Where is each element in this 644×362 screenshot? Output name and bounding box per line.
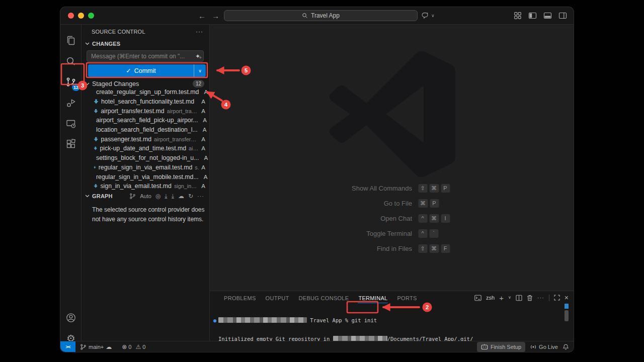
- remote-indicator[interactable]: ><: [60, 341, 75, 352]
- tab-problems[interactable]: PROBLEMS: [223, 293, 257, 303]
- key-chip: ⇧: [418, 244, 427, 253]
- generate-commit-message-icon[interactable]: ✦✧: [192, 53, 203, 60]
- terminal-scrollbar[interactable]: [565, 310, 569, 321]
- explorer-icon[interactable]: [61, 31, 81, 51]
- toggle-secondary-sidebar-icon[interactable]: [558, 12, 567, 20]
- staged-file-row[interactable]: settings_block_for_not_logged-in_u... A: [82, 153, 209, 163]
- file-name: settings_block_for_not_logged-in_u...: [96, 154, 199, 161]
- shell-label[interactable]: zsh: [486, 295, 495, 301]
- chevron-down-icon: [85, 195, 90, 198]
- remote-explorer-icon[interactable]: [61, 114, 81, 134]
- staged-file-row[interactable]: hotel_search_functionality.test.md A: [82, 97, 209, 107]
- file-name: airport_transfer.test.md: [101, 108, 164, 115]
- file-status: A: [203, 117, 207, 123]
- run-debug-icon[interactable]: [61, 93, 81, 113]
- split-terminal-icon[interactable]: [516, 295, 522, 301]
- staged-file-row[interactable]: airport_transfer.test.mdairport_trans...…: [82, 106, 209, 116]
- toolbar-divider: [549, 295, 549, 301]
- key-chip: ⌘: [429, 184, 439, 193]
- cloud-icon[interactable]: ☁: [178, 193, 184, 200]
- maximize-panel-icon[interactable]: [554, 295, 560, 301]
- file-name: hotel_search_functionality.test.md: [101, 98, 194, 105]
- key-chip: ⌘: [418, 199, 428, 208]
- tab-debug-console[interactable]: DEBUG CONSOLE: [298, 293, 350, 303]
- notifications-bell-icon[interactable]: [562, 343, 569, 350]
- key-chip: P: [441, 184, 450, 193]
- markdown-file-icon: [94, 137, 99, 142]
- staged-file-row[interactable]: regular_sign_in_via_mobile.test.md... A: [82, 172, 209, 182]
- file-name: passenger.test.md: [101, 136, 151, 143]
- target-icon[interactable]: ◎: [155, 193, 160, 200]
- command-center-search[interactable]: Travel App: [224, 10, 418, 21]
- file-name: sign_in_via_email.test.md: [100, 183, 172, 190]
- finish-setup-button[interactable]: Finish Setup: [477, 342, 525, 352]
- close-window-icon[interactable]: [68, 13, 74, 19]
- back-icon[interactable]: ←: [198, 12, 206, 20]
- vscode-window: ← → Travel App ∨: [60, 7, 574, 352]
- chevron-down-icon: [85, 82, 90, 85]
- copilot-chat-button[interactable]: ∨: [421, 7, 435, 24]
- staged-file-row[interactable]: pick-up_date_and_time.test.mdairp... A: [82, 144, 209, 153]
- staged-file-row[interactable]: location_search_field_destination_l... A: [82, 125, 209, 135]
- commit-message-input[interactable]: [87, 53, 192, 60]
- file-status: A: [201, 136, 205, 142]
- staged-file-row[interactable]: regular_sign_in_via_email.test.mdsi... A: [82, 163, 209, 172]
- staged-changes-label: Staged Changes: [92, 80, 139, 87]
- status-bar: >< main+ ☁ ⊗ 0 ⚠ 0 Finish Setup Go Live: [60, 341, 574, 352]
- tab-terminal[interactable]: TERMINAL: [358, 293, 388, 303]
- remote-icon: ><: [65, 344, 70, 349]
- toggle-panel-icon[interactable]: [543, 12, 552, 20]
- chat-sparkle-icon: [421, 11, 430, 20]
- extensions-icon[interactable]: [61, 134, 81, 154]
- more-actions-icon[interactable]: ···: [197, 193, 204, 199]
- check-icon: ✓: [126, 67, 131, 74]
- new-terminal-icon[interactable]: +: [499, 294, 504, 302]
- changes-section-header[interactable]: CHANGES: [82, 39, 209, 49]
- problems-status-item[interactable]: ⊗ 0 ⚠ 0: [122, 344, 145, 350]
- git-pull-icon[interactable]: ⤓: [172, 193, 174, 200]
- tab-ports[interactable]: PORTS: [396, 293, 417, 303]
- commit-dropdown-button[interactable]: ∨: [194, 64, 206, 77]
- file-status: A: [201, 108, 205, 114]
- graph-section-header[interactable]: GRAPH Auto ◎ ⤓ ⤓ ☁ ↻ ···: [82, 192, 209, 201]
- git-fetch-icon[interactable]: ⤓: [165, 193, 167, 200]
- customize-layout-icon[interactable]: [514, 12, 522, 20]
- staged-file-row[interactable]: passenger.test.mdairport_transfer_s... A: [82, 134, 209, 144]
- warning-count: 0: [142, 344, 145, 350]
- chevron-down-icon[interactable]: ∨: [508, 296, 511, 300]
- toggle-primary-sidebar-icon[interactable]: [528, 12, 537, 20]
- staged-file-row[interactable]: create_regular_sign_up_form.test.md A: [82, 87, 209, 97]
- more-actions-icon[interactable]: ···: [196, 28, 203, 35]
- go-live-button[interactable]: Go Live: [530, 343, 558, 350]
- setup-robot-icon: [481, 343, 488, 350]
- refresh-icon[interactable]: ↻: [188, 193, 193, 200]
- graph-auto-label[interactable]: Auto: [140, 193, 151, 199]
- sparkle-small-glyph: ✧: [199, 56, 202, 60]
- zoom-window-icon[interactable]: [88, 13, 94, 19]
- close-panel-icon[interactable]: ×: [565, 294, 569, 301]
- branch-status-item[interactable]: main+ ☁: [80, 343, 112, 350]
- file-name: regular_sign_in_via_mobile.test.md...: [96, 173, 199, 180]
- kill-terminal-trash-icon[interactable]: [527, 295, 533, 301]
- tab-output[interactable]: OUTPUT: [265, 293, 290, 303]
- minimize-window-icon[interactable]: [78, 13, 84, 19]
- search-view-icon[interactable]: [61, 51, 81, 71]
- accounts-icon[interactable]: [61, 308, 81, 328]
- editor-watermark-shortcuts: Show All Commands ⇧⌘P Go to File ⌘P Open…: [300, 180, 484, 256]
- search-text: Travel App: [311, 12, 340, 19]
- file-status: A: [201, 145, 205, 151]
- file-status: A: [201, 99, 205, 105]
- staged-file-row[interactable]: sign_in_via_email.test.mdsign_in_fo... A: [82, 182, 209, 191]
- commit-button[interactable]: ✓ Commit ∨: [88, 64, 206, 77]
- key-chip: `: [429, 229, 438, 238]
- shortcut-label: Toggle Terminal: [300, 230, 418, 237]
- source-control-icon[interactable]: 12: [61, 72, 81, 92]
- more-actions-icon[interactable]: ···: [537, 295, 544, 301]
- source-control-sidebar: SOURCE CONTROL ··· CHANGES ✦✧ ✓ Commit: [82, 25, 210, 341]
- shortcut-label: Show All Commands: [300, 185, 418, 192]
- publish-cloud-icon: ☁: [106, 344, 112, 350]
- forward-icon[interactable]: →: [212, 12, 219, 20]
- file-name: airport_search_field_pick-up_airpor...: [96, 117, 198, 124]
- file-status: A: [201, 183, 205, 189]
- staged-file-row[interactable]: airport_search_field_pick-up_airpor... A: [82, 116, 209, 125]
